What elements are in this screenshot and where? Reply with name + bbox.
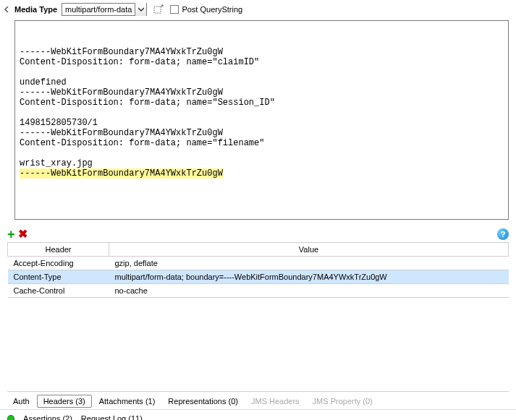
media-type-value: multipart/form-data [62, 5, 135, 14]
tab-representations[interactable]: Representations (0) [162, 395, 244, 407]
headers-table[interactable]: Header Value Accept-Encodinggzip, deflat… [7, 242, 509, 298]
body-line [20, 67, 504, 77]
header-col-value[interactable]: Value [109, 243, 509, 257]
tab-headers[interactable]: Headers (3) [37, 395, 92, 408]
checkbox-box [170, 5, 179, 14]
add-header-button[interactable]: + [7, 228, 15, 241]
tab-attachments[interactable]: Attachments (1) [93, 395, 161, 407]
body-line: ------WebKitFormBoundary7MA4YWxkTrZu0gW [20, 47, 504, 57]
status-bar: Assertions (2) Request Log (11) [0, 410, 516, 420]
assertions-link[interactable]: Assertions (2) [23, 414, 72, 420]
body-line [20, 148, 504, 158]
request-log-link[interactable]: Request Log (11) [81, 414, 143, 420]
tab-jms-property[interactable]: JMS Property (0) [307, 395, 378, 407]
table-empty-area [7, 298, 509, 392]
popup-icon[interactable] [151, 3, 166, 16]
body-line: Content-Disposition: form-data; name="Se… [20, 98, 504, 108]
body-line: Content-Disposition: form-data; name="fi… [20, 138, 504, 148]
table-row[interactable]: Cache-Controlno-cache [8, 284, 509, 298]
help-icon[interactable]: ? [497, 228, 509, 240]
post-querystring-checkbox[interactable]: Post QueryString [170, 5, 242, 14]
header-col-header[interactable]: Header [8, 243, 109, 257]
status-dot-icon [7, 415, 14, 420]
media-type-select[interactable]: multipart/form-data [62, 3, 147, 16]
tab-jms-headers[interactable]: JMS Headers [245, 395, 305, 407]
header-name-cell[interactable]: Accept-Encoding [8, 257, 109, 270]
header-value-cell[interactable]: no-cache [109, 284, 509, 298]
table-row[interactable]: Content-Typemultipart/form-data; boundar… [8, 270, 509, 284]
svg-rect-0 [154, 7, 161, 13]
body-line: wrist_xray.jpg [20, 158, 504, 168]
header-name-cell[interactable]: Content-Type [8, 270, 109, 284]
request-body-textarea[interactable]: ------WebKitFormBoundary7MA4YWxkTrZu0gWC… [14, 20, 509, 220]
chevron-down-icon[interactable] [135, 3, 146, 16]
header-value-cell[interactable]: gzip, deflate [109, 257, 509, 270]
chevron-left-icon[interactable] [4, 5, 10, 14]
body-line: undefined [20, 77, 504, 87]
remove-header-button[interactable]: ✖ [18, 227, 28, 241]
body-line [20, 108, 504, 118]
body-line-highlighted: ------WebKitFormBoundary7MA4YWxkTrZu0gW [20, 168, 223, 179]
header-value-cell[interactable]: multipart/form-data; boundary=----WebKit… [109, 270, 509, 284]
body-line: Content-Disposition: form-data; name="cl… [20, 57, 504, 67]
table-row[interactable]: Accept-Encodinggzip, deflate [8, 257, 509, 270]
body-line: ------WebKitFormBoundary7MA4YWxkTrZu0gW [20, 128, 504, 138]
tab-auth[interactable]: Auth [7, 395, 35, 407]
bottom-tabs: Auth Headers (3) Attachments (1) Represe… [0, 392, 516, 410]
body-line: ------WebKitFormBoundary7MA4YWxkTrZu0gW [20, 87, 504, 98]
media-type-label: Media Type [14, 5, 57, 14]
post-querystring-label: Post QueryString [182, 5, 242, 14]
header-name-cell[interactable]: Cache-Control [8, 284, 109, 298]
body-line: 1498152805730/1 [20, 118, 504, 128]
